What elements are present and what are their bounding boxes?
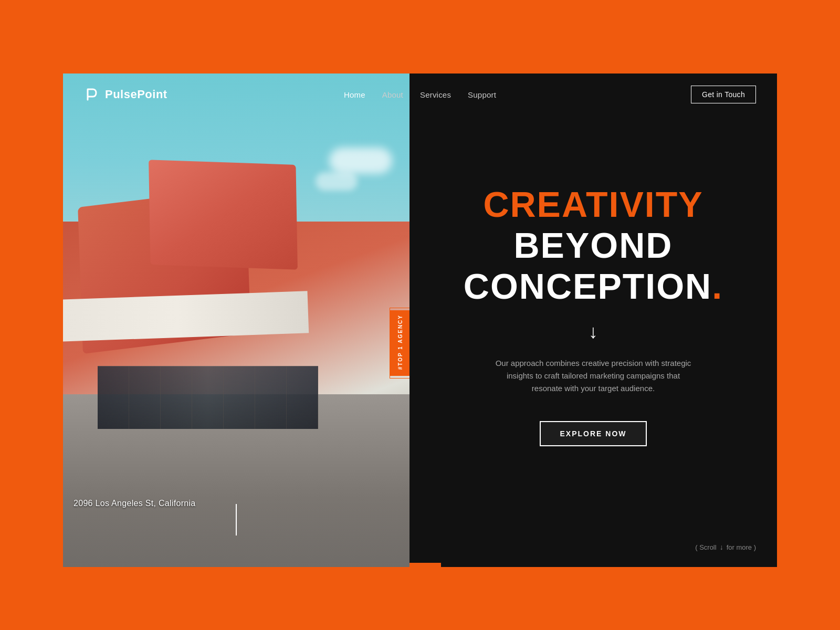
glass-facade <box>98 366 318 429</box>
navbar: PulsePoint Home About Services Support G… <box>63 74 777 116</box>
down-arrow-icon: ↓ <box>589 322 598 341</box>
title-line-creativity: CREATIVITY <box>464 184 723 225</box>
scroll-text: ( Scroll <box>695 543 716 551</box>
glass-panel-6 <box>255 366 287 429</box>
side-tag: #TOP 1 AGENCY <box>390 310 410 376</box>
logo[interactable]: PulsePoint <box>84 87 167 102</box>
glass-panel-4 <box>192 366 224 429</box>
nav-links: Home About Services Support <box>344 90 496 99</box>
hero-title: CREATIVITY BEYOND CONCEPTION. <box>464 184 723 307</box>
nav-about[interactable]: About <box>382 90 403 99</box>
nav-services[interactable]: Services <box>420 90 451 99</box>
cloud2 <box>316 172 358 191</box>
hero-description: Our approach combines creative precision… <box>494 357 693 395</box>
scroll-arrow-icon: ↓ <box>720 543 723 551</box>
side-tag-text: #TOP 1 AGENCY <box>397 314 404 370</box>
logo-text: PulsePoint <box>105 88 167 101</box>
arrow-down-container: ↓ <box>464 322 723 341</box>
glass-panel-1 <box>98 366 129 429</box>
building-shape2 <box>149 160 298 270</box>
scroll-indicator: ( Scroll ↓ for more ) <box>695 543 756 551</box>
nav-support[interactable]: Support <box>468 90 496 99</box>
title-line-beyond: BEYOND <box>464 225 723 266</box>
glass-panel-5 <box>224 366 255 429</box>
address-bar: 2096 Los Angeles St, California <box>63 492 206 514</box>
bottom-line-indicator <box>236 504 237 536</box>
hero-image-panel: #TOP 1 AGENCY 2096 Los Angeles St, Calif… <box>63 74 410 567</box>
main-window: PulsePoint Home About Services Support G… <box>63 74 777 567</box>
glass-panel-3 <box>161 366 192 429</box>
nav-home[interactable]: Home <box>344 90 365 99</box>
hero-content: CREATIVITY BEYOND CONCEPTION. ↓ Our appr… <box>464 184 723 447</box>
address-text: 2096 Los Angeles St, California <box>74 499 196 508</box>
explore-now-button[interactable]: EXPLORE NOW <box>540 421 646 446</box>
hero-content-panel: CREATIVITY BEYOND CONCEPTION. ↓ Our appr… <box>410 74 777 567</box>
cloud1 <box>329 148 392 174</box>
logo-icon <box>84 87 100 102</box>
glass-panel-7 <box>287 366 318 429</box>
title-dot: . <box>712 266 723 306</box>
title-line-conception: CONCEPTION. <box>464 266 723 307</box>
scroll-suffix: for more ) <box>727 543 756 551</box>
glass-panel-2 <box>129 366 161 429</box>
bottom-orange-bar <box>410 563 441 567</box>
get-in-touch-button[interactable]: Get in Touch <box>691 86 756 103</box>
